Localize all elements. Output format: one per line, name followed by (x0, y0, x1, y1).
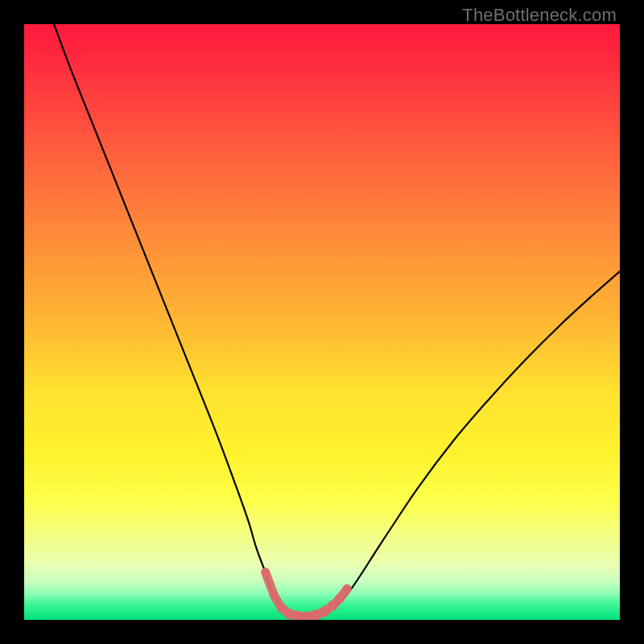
marker-dot (335, 593, 345, 603)
marker-dot (262, 568, 270, 576)
marker-dot (328, 601, 338, 611)
marker-dot (270, 592, 279, 601)
plot-area (24, 24, 620, 620)
optimal-range-markers (262, 568, 352, 620)
chart-frame: TheBottleneck.com (0, 0, 644, 644)
curve-layer (24, 24, 620, 620)
bottleneck-curve (54, 24, 620, 617)
watermark-text: TheBottleneck.com (462, 5, 617, 26)
marker-dot (343, 584, 352, 593)
